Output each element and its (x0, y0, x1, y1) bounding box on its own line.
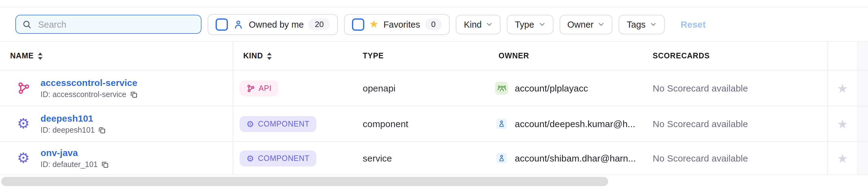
favorite-star-icon[interactable]: ★ (837, 152, 848, 164)
entity-type: service (353, 142, 489, 174)
column-header-type-label: TYPE (363, 52, 384, 60)
owned-by-me-filter[interactable]: Owned by me 20 (208, 14, 338, 35)
copy-icon[interactable] (130, 91, 137, 98)
favorites-label: Favorites (383, 19, 420, 29)
search-input[interactable] (37, 19, 195, 30)
kind-badge-api: API (240, 80, 278, 96)
tags-dropdown[interactable]: Tags (619, 14, 665, 34)
column-header-name[interactable]: NAME (0, 42, 233, 70)
type-dropdown-label: Type (515, 19, 534, 29)
scrollbar-thumb[interactable] (1, 177, 608, 186)
scroll-gutter (857, 106, 868, 141)
column-header-owner-label: OWNER (498, 52, 529, 60)
search-icon (22, 19, 32, 29)
star-icon: ★ (369, 19, 379, 30)
chevron-down-icon (598, 21, 605, 28)
favorites-checkbox[interactable] (352, 18, 364, 30)
scroll-gutter (857, 42, 868, 70)
kind-badge-label: API (259, 84, 272, 92)
table-row: accesscontrol-service ID: accesscontrol-… (0, 71, 868, 106)
top-divider (0, 0, 868, 7)
gear-icon: ⚙ (17, 117, 30, 130)
owned-by-me-count-badge: 20 (309, 19, 330, 30)
search-input-container[interactable] (16, 15, 202, 34)
kind-badge-component: ⚙ COMPONENT (240, 150, 316, 166)
sort-arrows-icon (37, 52, 43, 60)
tags-dropdown-label: Tags (627, 19, 646, 29)
gear-icon: ⚙ (17, 151, 30, 165)
column-header-favorite (828, 42, 857, 70)
scorecard-status: No Scorecard available (643, 106, 828, 141)
kind-badge-label: COMPONENT (258, 154, 310, 162)
scroll-gutter (857, 142, 868, 174)
entity-owner: account/deepesh.kumar@h... (515, 119, 635, 129)
favorites-count-badge: 0 (425, 19, 442, 30)
entity-type: component (353, 106, 489, 141)
api-icon (246, 84, 255, 92)
catalog-page: Owned by me 20 ★ Favorites 0 Kind Type O… (0, 0, 868, 191)
column-header-scorecards: SCORECARDS (643, 42, 828, 70)
column-header-name-label: NAME (10, 52, 34, 60)
reset-button[interactable]: Reset (681, 19, 706, 30)
kind-badge-label: COMPONENT (258, 120, 310, 128)
entity-owner: account/shibam.dhar@harn... (515, 153, 636, 163)
column-header-kind[interactable]: KIND (233, 42, 353, 70)
entity-owner: account/plplayacc (515, 83, 588, 93)
owned-by-me-checkbox[interactable] (216, 18, 228, 30)
column-header-kind-label: KIND (243, 52, 263, 60)
copy-icon[interactable] (101, 161, 109, 168)
entity-id: ID: defauter_101 (40, 160, 98, 169)
entity-name-link[interactable]: onv-java (40, 148, 109, 158)
kind-badge-component: ⚙ COMPONENT (240, 116, 316, 132)
copy-icon[interactable] (99, 127, 106, 134)
favorite-star-icon[interactable]: ★ (837, 118, 848, 130)
owned-by-me-label: Owned by me (249, 19, 304, 29)
table-row: ⚙ deepesh101 ID: deepesh101 ⚙ COMPONENT (0, 106, 868, 142)
person-icon (233, 19, 244, 30)
entity-name-link[interactable]: accesscontrol-service (40, 77, 137, 89)
gear-icon: ⚙ (246, 154, 254, 162)
table-header: NAME KIND TYPE OWNER SCORECARDS (0, 42, 868, 71)
chevron-down-icon (538, 21, 545, 28)
chevron-down-icon (650, 21, 657, 28)
group-icon (495, 82, 508, 95)
sort-arrows-icon (267, 52, 272, 60)
entity-id: ID: accesscontrol-service (40, 90, 126, 99)
user-icon (496, 153, 507, 163)
type-dropdown[interactable]: Type (507, 14, 553, 34)
table-row: ⚙ onv-java ID: defauter_101 ⚙ COMPONENT (0, 142, 868, 175)
favorites-filter[interactable]: ★ Favorites 0 (344, 14, 450, 35)
gear-icon: ⚙ (246, 120, 254, 128)
column-header-scorecards-label: SCORECARDS (653, 52, 710, 60)
column-header-type: TYPE (353, 42, 489, 70)
chevron-down-icon (486, 21, 493, 28)
filter-bar: Owned by me 20 ★ Favorites 0 Kind Type O… (0, 7, 868, 42)
scorecard-status: No Scorecard available (643, 142, 828, 174)
entity-id: ID: deepesh101 (40, 126, 95, 134)
kind-dropdown-label: Kind (464, 19, 482, 29)
owner-dropdown[interactable]: Owner (559, 14, 613, 34)
user-icon (496, 119, 507, 129)
owner-dropdown-label: Owner (567, 19, 593, 29)
favorite-star-icon[interactable]: ★ (837, 82, 848, 94)
kind-dropdown[interactable]: Kind (456, 14, 501, 34)
api-icon (17, 82, 30, 95)
entity-type: openapi (353, 71, 489, 106)
horizontal-scrollbar[interactable] (0, 175, 868, 191)
scroll-gutter (857, 71, 868, 106)
column-header-owner: OWNER (489, 42, 643, 70)
scorecard-status: No Scorecard available (643, 71, 828, 106)
entity-name-link[interactable]: deepesh101 (40, 113, 106, 124)
